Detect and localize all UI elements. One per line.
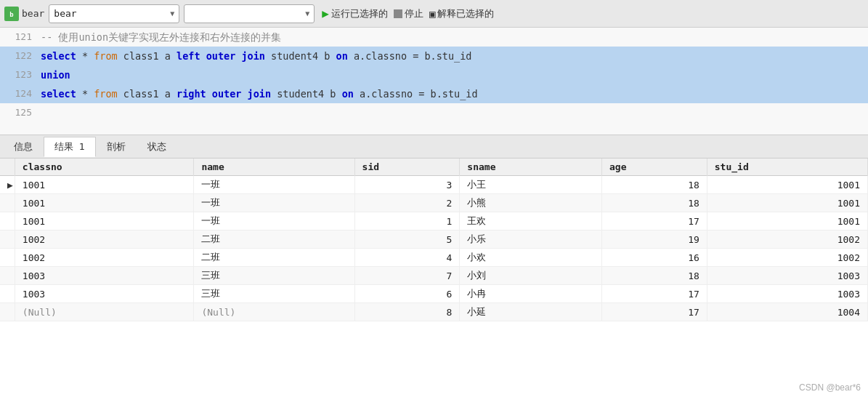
editor-line-125: 125 [0,103,868,122]
col-header-stu-id[interactable]: stu_id [707,159,867,176]
cell-name: 一班 [194,176,354,194]
database-selector[interactable]: bear ▼ [49,4,179,23]
cell-sid: 5 [354,230,460,249]
cell-sname: 小刘 [460,267,602,285]
cell-name: 一班 [194,194,354,212]
col-header-age[interactable]: age [602,159,707,176]
row-indicator: ▶ [0,176,15,194]
stop-icon [394,9,402,18]
line-content: select * from class1 a left outer join s… [41,47,862,65]
cell-sname: 小王 [460,176,602,194]
explain-button[interactable]: ▣ 解释已选择的 [429,7,494,20]
results-area: classno name sid sname age stu_id ▶1001一… [0,159,868,397]
cell-sname: 小乐 [460,230,602,249]
cell-stu-id: 1003 [707,267,867,285]
cell-stu-id: 1001 [707,194,867,212]
explain-label: 解释已选择的 [437,7,494,20]
db-name-label: bear [54,8,167,19]
cell-age: 18 [602,267,707,285]
cell-sname: 王欢 [460,212,602,230]
results-table: classno name sid sname age stu_id ▶1001一… [0,159,868,321]
cell-sname: 小熊 [460,194,602,212]
editor-line-121: 121 -- 使用union关键字实现左外连接和右外连接的并集 [0,28,868,47]
run-label: 运行已选择的 [331,7,388,20]
cell-sid: 4 [354,249,460,267]
cell-classno: 1001 [15,176,194,194]
cell-age: 18 [602,194,707,212]
row-indicator [0,249,15,267]
table-row[interactable]: 1003三班7小刘181003 [0,267,868,285]
row-indicator [0,267,15,285]
cell-classno: (Null) [15,303,194,321]
tab-info[interactable]: 信息 [3,137,44,156]
run-button[interactable]: ▶ 运行已选择的 [322,7,388,20]
line-content: select * from class1 a right outer join … [41,84,862,103]
cell-sid: 6 [354,285,460,303]
editor-line-123: 123 union [0,65,868,84]
table-row[interactable]: (Null)(Null)8小延171004 [0,303,868,321]
cell-name: 二班 [194,249,354,267]
line-number: 122 [6,47,32,65]
cell-name: 三班 [194,267,354,285]
action-buttons: ▶ 运行已选择的 停止 ▣ 解释已选择的 [322,7,494,20]
cell-age: 17 [602,285,707,303]
col-header-classno[interactable]: classno [15,159,194,176]
run-icon: ▶ [322,7,329,20]
cell-sid: 3 [354,176,460,194]
row-indicator [0,285,15,303]
editor-line-124: 124 select * from class1 a right outer j… [0,84,868,103]
watermark: CSDN @bear*6 [799,382,861,393]
cell-classno: 1003 [15,267,194,285]
schema-selector[interactable]: ▼ [184,4,315,23]
cell-sid: 2 [354,194,460,212]
explain-icon: ▣ [429,8,435,20]
cell-age: 18 [602,176,707,194]
row-indicator [0,230,15,249]
cell-sname: 小欢 [460,249,602,267]
col-header-sname[interactable]: sname [460,159,602,176]
line-number: 125 [6,103,32,122]
table-row[interactable]: 1001一班2小熊181001 [0,194,868,212]
tab-results[interactable]: 结果 1 [44,137,96,157]
cell-stu-id: 1001 [707,176,867,194]
cell-sname: 小延 [460,303,602,321]
cell-stu-id: 1004 [707,303,867,321]
cell-name: 三班 [194,285,354,303]
db-dropdown-arrow-icon: ▼ [170,9,174,17]
table-row[interactable]: 1003三班6小冉171003 [0,285,868,303]
cell-classno: 1002 [15,249,194,267]
cell-sid: 8 [354,303,460,321]
table-body: ▶1001一班3小王1810011001一班2小熊1810011001一班1王欢… [0,176,868,321]
line-content: union [41,65,862,84]
svg-text:b: b [9,11,14,18]
table-row[interactable]: 1001一班1王欢171001 [0,212,868,230]
cell-name: (Null) [194,303,354,321]
line-number: 123 [6,65,32,84]
cell-stu-id: 1001 [707,212,867,230]
cell-stu-id: 1002 [707,230,867,249]
table-row[interactable]: 1002二班4小欢161002 [0,249,868,267]
sql-editor[interactable]: 121 -- 使用union关键字实现左外连接和右外连接的并集 122 sele… [0,28,868,135]
app-title: bear [22,8,44,19]
col-header-name[interactable]: name [194,159,354,176]
stop-button[interactable]: 停止 [394,7,423,20]
cell-sid: 1 [354,212,460,230]
cell-age: 16 [602,249,707,267]
cell-age: 17 [602,212,707,230]
cell-classno: 1001 [15,212,194,230]
table-row[interactable]: 1002二班5小乐191002 [0,230,868,249]
logo-area: b bear [4,7,44,21]
cell-classno: 1003 [15,285,194,303]
row-indicator [0,212,15,230]
cell-name: 一班 [194,212,354,230]
cell-sname: 小冉 [460,285,602,303]
result-tabs: 信息 结果 1 剖析 状态 [0,135,868,159]
cell-age: 19 [602,230,707,249]
table-row[interactable]: ▶1001一班3小王181001 [0,176,868,194]
cell-classno: 1001 [15,194,194,212]
tab-profile[interactable]: 剖析 [96,137,137,156]
cell-stu-id: 1002 [707,249,867,267]
row-indicator [0,303,15,321]
col-header-sid[interactable]: sid [354,159,460,176]
tab-status[interactable]: 状态 [137,137,177,156]
